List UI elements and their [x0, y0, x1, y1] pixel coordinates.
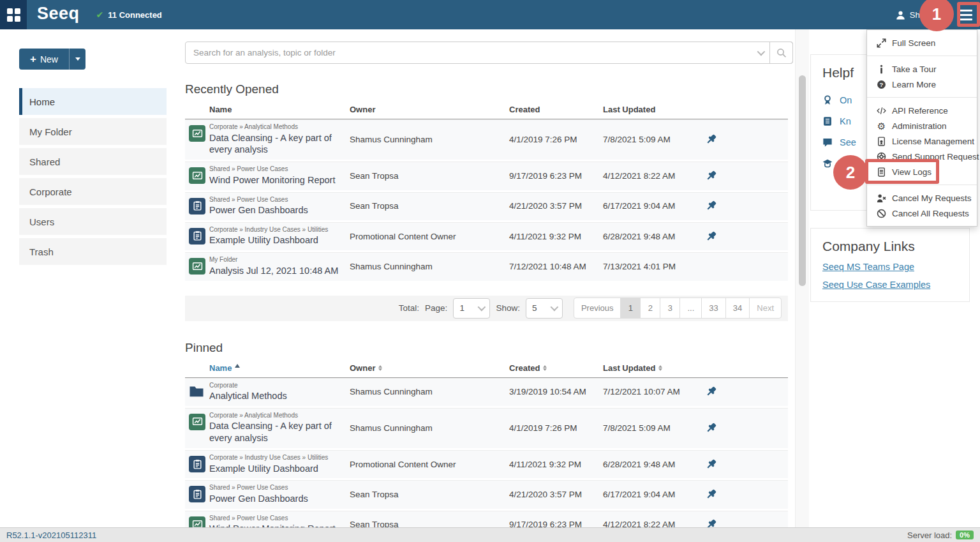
sidebar-item-home[interactable]: Home: [19, 88, 167, 115]
pin-icon[interactable]: [705, 488, 717, 501]
page-button-33[interactable]: 33: [701, 297, 725, 319]
item-created: 4/1/2019 7:26 PM: [509, 135, 603, 144]
license-icon: [877, 137, 886, 146]
sidebar-item-shared[interactable]: Shared: [19, 148, 167, 175]
sidebar-item-my-folder[interactable]: My Folder: [19, 118, 167, 145]
show-select-value: 5: [532, 303, 537, 313]
show-select[interactable]: 5: [526, 298, 563, 319]
page-button-2[interactable]: 2: [640, 297, 660, 319]
user-x-icon: [877, 193, 886, 203]
item-name[interactable]: Analytical Methods: [209, 390, 341, 402]
table-row[interactable]: Shared » Power Use CasesPower Gen Dashbo…: [185, 192, 788, 222]
next-page-button[interactable]: Next: [749, 297, 782, 319]
item-updated: 6/17/2021 9:04 AM: [603, 490, 699, 499]
award-icon: [822, 95, 833, 105]
table-row[interactable]: My FolderAnalysis Jul 12, 2021 10:48 AM …: [185, 252, 788, 282]
item-created: 4/11/2021 9:32 PM: [509, 232, 603, 241]
menu-item-license-management[interactable]: License Management: [867, 133, 977, 149]
table-row[interactable]: Corporate » Industry Use Cases » Utiliti…: [185, 450, 788, 480]
page-button-1[interactable]: 1: [620, 297, 641, 319]
search-input[interactable]: [186, 42, 751, 63]
fullscreen-icon: [877, 38, 886, 48]
menu-item-cancel-all-requests[interactable]: Cancel All Requests: [867, 206, 977, 221]
new-button[interactable]: + New: [19, 49, 85, 70]
question-circle-icon: ?: [877, 80, 886, 89]
pin-icon[interactable]: [705, 200, 717, 212]
pin-icon[interactable]: [705, 230, 717, 243]
menu-item-learn-more[interactable]: ? Learn More: [867, 77, 977, 92]
helpful-link-label: Kn: [840, 116, 851, 126]
company-link-teams[interactable]: Seeq MS Teams Page: [822, 262, 958, 272]
seeq-logo: Seeq: [37, 5, 80, 24]
page-button-34[interactable]: 34: [725, 297, 750, 319]
table-row[interactable]: Shared » Power Use CasesWind Power Monit…: [185, 162, 788, 192]
sort-header-owner[interactable]: Owner: [350, 363, 375, 373]
menu-item-api-reference[interactable]: API Reference: [867, 103, 977, 118]
new-button-main[interactable]: + New: [19, 49, 69, 70]
menu-item-label: Administration: [892, 121, 947, 131]
item-name[interactable]: Power Gen Dashboards: [209, 204, 341, 216]
search-button[interactable]: [769, 41, 793, 64]
item-name[interactable]: Data Cleansing - A key part of every ana…: [209, 132, 341, 156]
company-link-use-cases[interactable]: Seeq Use Case Examples: [822, 280, 958, 290]
sidebar-item-users[interactable]: Users: [19, 208, 167, 235]
scrollbar-track[interactable]: [795, 29, 809, 527]
item-name[interactable]: Power Gen Dashboards: [209, 493, 341, 505]
pin-icon[interactable]: [705, 133, 717, 146]
item-owner: Sean Tropsa: [350, 490, 509, 499]
sort-header-name[interactable]: Name: [209, 363, 232, 373]
pin-icon[interactable]: [705, 170, 717, 182]
table-row[interactable]: Corporate » Analytical MethodsData Clean…: [185, 119, 788, 162]
item-name[interactable]: Data Cleansing - A key part of every ana…: [209, 420, 341, 444]
table-row[interactable]: Shared » Power Use CasesWind Power Monit…: [185, 511, 788, 527]
app-grid-button[interactable]: [0, 0, 27, 29]
pin-icon[interactable]: [705, 458, 717, 470]
page-button-3[interactable]: 3: [660, 297, 680, 319]
table-row[interactable]: Corporate » Analytical MethodsData Clean…: [185, 408, 788, 450]
table-row[interactable]: Shared » Power Use CasesPower Gen Dashbo…: [185, 480, 788, 510]
item-name[interactable]: Wind Power Monitoring Report: [209, 523, 341, 527]
pin-icon[interactable]: [705, 422, 717, 434]
code-icon: [877, 106, 886, 116]
menu-item-take-a-tour[interactable]: Take a Tour: [867, 61, 977, 77]
page-buttons: Previous 1 2 3 ... 33 34 Next: [574, 297, 782, 319]
pin-icon[interactable]: [705, 518, 717, 527]
table-row[interactable]: Corporate » Industry Use Cases » Utiliti…: [185, 222, 788, 252]
folder-icon: [189, 384, 204, 399]
table-row[interactable]: CorporateAnalytical Methods Shamus Cunni…: [185, 378, 788, 408]
menu-item-administration[interactable]: ⚙ Administration: [867, 118, 977, 133]
pin-icon[interactable]: [705, 386, 717, 398]
sort-header-updated[interactable]: Last Updated: [603, 363, 655, 373]
book-icon: [822, 116, 833, 126]
item-owner: Shamus Cunningham: [350, 423, 509, 433]
version-label: R52.1.1-v202105112311: [6, 531, 96, 540]
previous-page-button[interactable]: Previous: [574, 297, 621, 319]
menu-item-full-screen[interactable]: Full Screen: [867, 35, 977, 50]
column-header-updated: Last Updated: [603, 105, 699, 114]
item-path: Corporate: [209, 382, 341, 390]
item-created: 7/12/2021 10:48 AM: [509, 262, 603, 271]
sidebar-item-corporate[interactable]: Corporate: [19, 178, 167, 205]
item-name[interactable]: Wind Power Monitoring Report: [209, 174, 341, 186]
search-options-toggle[interactable]: [751, 50, 769, 56]
item-owner: Sean Tropsa: [350, 171, 509, 181]
page-ellipsis[interactable]: ...: [679, 297, 702, 319]
page-select[interactable]: 1: [453, 298, 490, 319]
recently-opened-table: Name Owner Created Last Updated Corporat…: [185, 105, 788, 283]
item-owner: Promotional Content Owner: [350, 460, 509, 469]
topic-icon: [189, 198, 205, 215]
app-grid-icon: [7, 8, 20, 22]
menu-item-cancel-my-requests[interactable]: Cancel My Requests: [867, 190, 977, 206]
new-button-label: New: [40, 54, 58, 64]
sidebar-item-trash[interactable]: Trash: [19, 238, 167, 265]
scrollbar-thumb[interactable]: [799, 75, 806, 286]
item-name[interactable]: Example Utility Dashboard: [209, 463, 341, 475]
pinned-title: Pinned: [185, 341, 795, 355]
new-button-dropdown[interactable]: [69, 49, 85, 70]
server-load-label: Server load:: [907, 531, 952, 540]
item-updated: 7/13/2021 4:01 PM: [603, 262, 699, 271]
sort-header-created[interactable]: Created: [509, 363, 540, 373]
main-content: Recently Opened Name Owner Created Last …: [185, 29, 795, 527]
item-name[interactable]: Example Utility Dashboard: [209, 234, 341, 246]
item-name[interactable]: Analysis Jul 12, 2021 10:48 AM: [209, 265, 341, 277]
